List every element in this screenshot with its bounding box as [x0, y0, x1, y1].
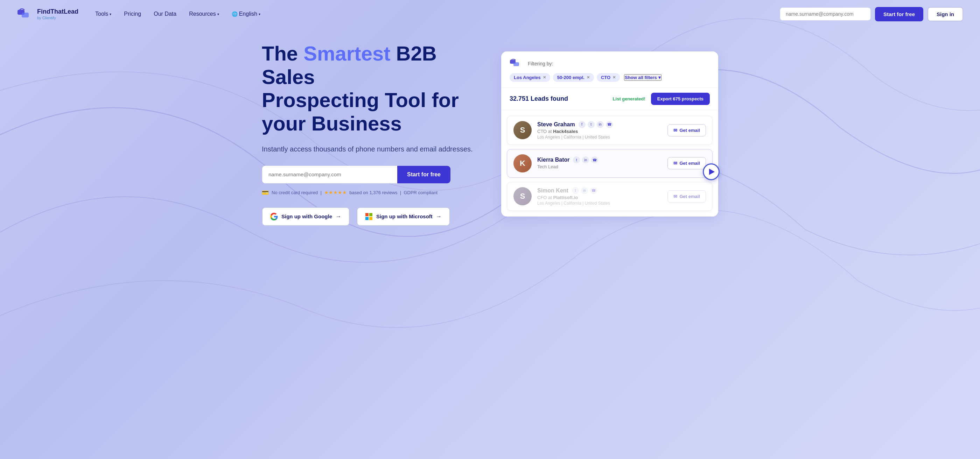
hero-start-free-button[interactable]: Start for free: [397, 166, 450, 183]
microsoft-signup-button[interactable]: Sign up with Microsoft →: [356, 207, 450, 226]
trust-row: 💳 No credit card required | ★★★★★ based …: [262, 189, 480, 196]
twitter-icon[interactable]: t: [588, 121, 595, 128]
lead-row: S Steve Graham f t in ☎ CTO at Hack4sale…: [507, 116, 713, 145]
card-logo-icon: [510, 59, 523, 69]
arrow-icon: →: [336, 213, 341, 220]
card-header: Filtering by: Los Angeles ✕ 50-200 empl.…: [501, 51, 718, 88]
lead-role: CTO at Hack4sales: [537, 129, 662, 134]
lead-role: Tech Lead: [537, 164, 662, 169]
credit-card-icon: 💳: [262, 189, 269, 196]
social-icons: t in ☎: [573, 156, 598, 164]
remove-filter-icon[interactable]: ✕: [543, 75, 546, 80]
nav-start-free-button[interactable]: Start for free: [875, 7, 923, 21]
envelope-icon: ✉: [673, 194, 677, 199]
navbar: FindThatLead by Clientify Tools ▾ Pricin…: [0, 0, 980, 28]
phone-icon[interactable]: ☎: [591, 156, 598, 164]
lead-name: Kierra Bator: [537, 157, 570, 163]
play-button[interactable]: [703, 164, 720, 180]
play-icon: [709, 168, 715, 175]
hero-email-row: Start for free: [262, 165, 451, 184]
lead-info: Steve Graham f t in ☎ CTO at Hack4sales …: [537, 121, 662, 140]
social-sign-up-buttons: Sign up with Google → Sign up with Micro…: [262, 207, 480, 226]
lead-rows: S Steve Graham f t in ☎ CTO at Hack4sale…: [501, 110, 718, 216]
linkedin-icon[interactable]: in: [582, 156, 589, 164]
nav-pricing[interactable]: Pricing: [124, 11, 141, 17]
remove-filter-icon[interactable]: ✕: [612, 75, 616, 80]
lead-row: K Kierra Bator t in ☎ Tech Lead: [507, 149, 713, 178]
social-icons: t in ☎: [572, 187, 597, 194]
phone-icon[interactable]: ☎: [590, 187, 597, 194]
hero-right: Filtering by: Los Angeles ✕ 50-200 empl.…: [501, 51, 718, 216]
lead-location: Los Angeles | California | United States: [537, 135, 662, 140]
google-signup-button[interactable]: Sign up with Google →: [262, 207, 350, 226]
facebook-icon[interactable]: f: [579, 121, 585, 128]
hero-left: The Smartest B2B SalesProspecting Tool f…: [262, 42, 480, 226]
hero-title: The Smartest B2B SalesProspecting Tool f…: [262, 42, 480, 135]
hero-section: The Smartest B2B SalesProspecting Tool f…: [245, 28, 735, 247]
envelope-icon: ✉: [673, 160, 677, 166]
social-icons: f t in ☎: [579, 121, 613, 128]
logo-icon: [17, 8, 33, 20]
nav-email-input[interactable]: [780, 7, 871, 21]
lead-info: Kierra Bator t in ☎ Tech Lead: [537, 156, 662, 170]
svg-rect-7: [514, 62, 519, 66]
nav-resources[interactable]: Resources ▾: [189, 11, 219, 17]
svg-rect-3: [369, 213, 372, 216]
chevron-down-icon: ▾: [259, 12, 260, 16]
svg-rect-5: [369, 217, 372, 220]
lead-row-container: K Kierra Bator t in ☎ Tech Lead: [507, 149, 713, 178]
linkedin-icon[interactable]: in: [597, 121, 604, 128]
lead-row: S Simon Kent t in ☎ CFO at Plattisoft.io…: [507, 182, 713, 211]
filter-tag-los-angeles[interactable]: Los Angeles ✕: [510, 73, 550, 82]
phone-icon[interactable]: ☎: [606, 121, 613, 128]
chevron-down-icon: ▾: [110, 12, 111, 16]
google-icon: [270, 213, 278, 221]
lead-name: Steve Graham: [537, 121, 575, 128]
nav-sign-in-button[interactable]: Sign in: [928, 7, 963, 21]
card-stats-row: 32.751 Leads found List generated! Expor…: [501, 88, 718, 110]
avatar: S: [514, 187, 531, 205]
filter-tag-employees[interactable]: 50-200 empl. ✕: [553, 73, 594, 82]
svg-rect-2: [365, 213, 369, 216]
twitter-icon[interactable]: t: [572, 187, 579, 194]
svg-rect-4: [365, 217, 369, 220]
get-email-button[interactable]: ✉ Get email: [667, 157, 706, 169]
leads-count: 32.751 Leads found: [510, 95, 568, 103]
nav-our-data[interactable]: Our Data: [154, 11, 177, 17]
nav-language[interactable]: 🌐 English ▾: [232, 11, 260, 17]
avatar: K: [514, 154, 531, 173]
filter-tag-cto[interactable]: CTO ✕: [597, 73, 620, 82]
logo[interactable]: FindThatLead by Clientify: [17, 8, 78, 20]
lead-role: CFO at Plattisoft.io: [537, 195, 662, 200]
nav-tools[interactable]: Tools ▾: [95, 11, 111, 17]
get-email-button[interactable]: ✉ Get email: [667, 190, 706, 203]
avatar: S: [514, 121, 531, 139]
chevron-down-icon: ▾: [659, 75, 661, 80]
filter-tags: Los Angeles ✕ 50-200 empl. ✕ CTO ✕ Show …: [510, 73, 662, 82]
linkedin-icon[interactable]: in: [581, 187, 588, 194]
google-signup-label: Sign up with Google: [282, 213, 332, 219]
twitter-icon[interactable]: t: [573, 156, 580, 164]
remove-filter-icon[interactable]: ✕: [587, 75, 590, 80]
brand-name: FindThatLead: [37, 8, 78, 16]
arrow-icon: →: [436, 213, 442, 220]
hero-email-input[interactable]: [262, 166, 397, 183]
chevron-down-icon: ▾: [217, 12, 219, 16]
show-all-filters-button[interactable]: Show all filters ▾: [624, 74, 662, 81]
nav-links: Tools ▾ Pricing Our Data Resources ▾ 🌐 E…: [95, 11, 780, 17]
microsoft-signup-label: Sign up with Microsoft: [376, 213, 433, 219]
get-email-button[interactable]: ✉ Get email: [667, 124, 706, 137]
brand-sub: by Clientify: [37, 16, 78, 20]
trust-text: No credit card required | ★★★★★ based on…: [272, 190, 438, 195]
prospect-card: Filtering by: Los Angeles ✕ 50-200 empl.…: [501, 51, 718, 216]
microsoft-icon: [365, 213, 373, 221]
lead-info: Simon Kent t in ☎ CFO at Plattisoft.io L…: [537, 187, 662, 206]
lead-location: Los Angeles | California | United States: [537, 201, 662, 206]
export-prospects-button[interactable]: Export 675 prospects: [651, 93, 710, 105]
filtering-label: Filtering by:: [528, 61, 553, 67]
nav-right: Start for free Sign in: [780, 7, 963, 21]
list-generated-label: List generated!: [613, 96, 645, 102]
lead-name: Simon Kent: [537, 187, 568, 194]
svg-rect-1: [22, 13, 29, 17]
envelope-icon: ✉: [673, 128, 677, 133]
